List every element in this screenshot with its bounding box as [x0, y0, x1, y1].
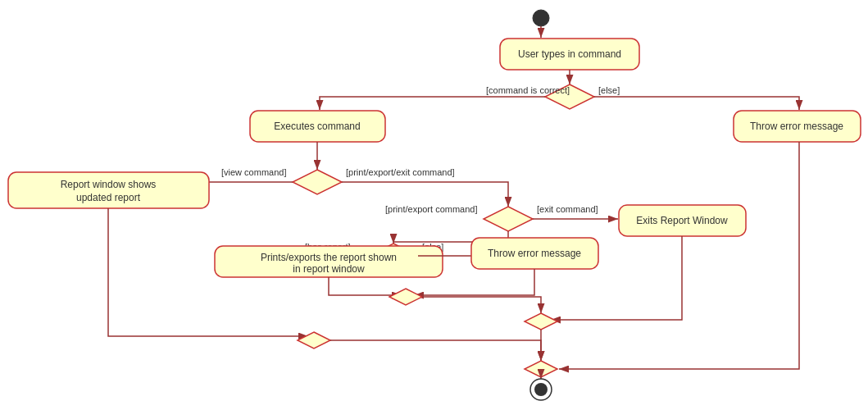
merge1-diamond [389, 289, 422, 305]
decision2-diamond [293, 170, 342, 194]
prints-label2: in report window [293, 263, 365, 275]
merge2-diamond [525, 313, 557, 330]
user-types-label: User types in command [518, 48, 621, 60]
decision1-right-label: [else] [598, 85, 620, 95]
throw-error1-label: Throw error message [750, 121, 843, 132]
report-window-label: Report window shows [61, 179, 157, 190]
executes-label: Executes command [274, 121, 360, 132]
arrow-merge3-to-merge4 [330, 340, 541, 361]
end-inner [534, 383, 548, 396]
report-window-label2: updated report [76, 192, 141, 203]
merge3-diamond [298, 332, 330, 348]
arrow-prints-to-merge1 [329, 277, 402, 295]
decision1-left-label: [command is correct] [486, 85, 570, 95]
throw-error2-label: Throw error message [488, 248, 581, 259]
merge4-diamond [525, 361, 557, 377]
decision2-left-label: [view command] [221, 167, 286, 177]
arrow-d1-to-executes [320, 97, 545, 110]
exits-report-label: Exits Report Window [636, 215, 728, 226]
decision3-diamond [484, 207, 533, 231]
decision2-right-label: [print/export/exit command] [346, 167, 455, 177]
decision3-right-label: [exit command] [537, 204, 598, 214]
arrow-merge1-to-merge2 [422, 297, 541, 313]
prints-label: Prints/exports the report shown [261, 252, 397, 263]
arrow-d2-to-d3 [342, 182, 508, 207]
decision3-left-label: [print/export command] [385, 204, 478, 214]
arrow-d1-to-error1 [594, 97, 799, 110]
start-node [533, 10, 549, 26]
